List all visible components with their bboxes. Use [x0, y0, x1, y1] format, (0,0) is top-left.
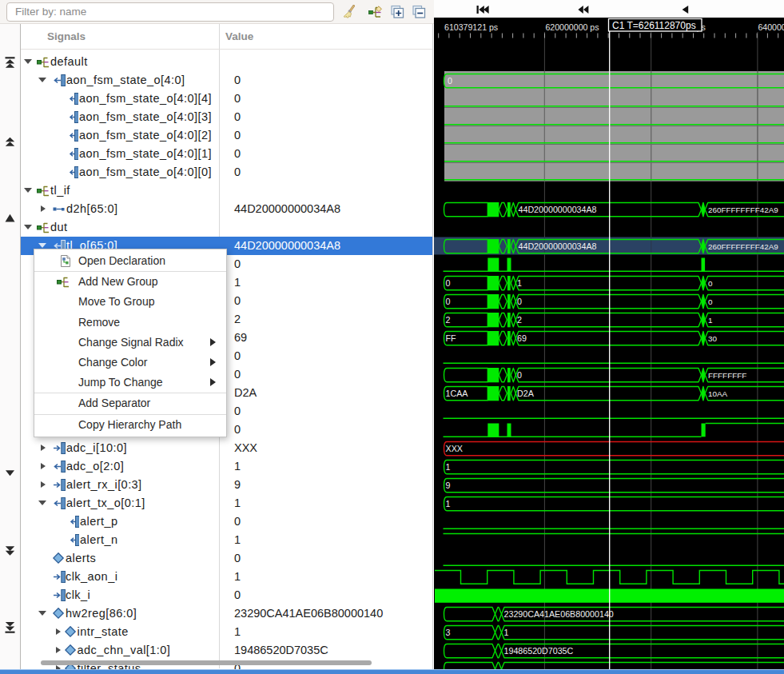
svg-text:0: 0 — [708, 297, 713, 306]
svg-text:44D20000000034A8: 44D20000000034A8 — [519, 205, 597, 214]
svg-text:44D20000000034A8: 44D20000000034A8 — [519, 241, 597, 251]
svg-text:0: 0 — [448, 76, 452, 86]
svg-text:30: 30 — [708, 334, 717, 343]
svg-text:260FFFFFFFF42A9: 260FFFFFFFF42A9 — [708, 242, 778, 251]
svg-text:610379121 ps: 610379121 ps — [444, 22, 498, 32]
svg-text:10AA: 10AA — [708, 389, 728, 398]
svg-text:FF: FF — [446, 333, 457, 343]
svg-text:9: 9 — [446, 481, 451, 490]
svg-text:D2A: D2A — [517, 389, 535, 398]
svg-text:FFFFFFFF: FFFFFFFF — [708, 371, 746, 380]
svg-text:1: 1 — [446, 462, 451, 472]
svg-text:C1 T=626112870ps: C1 T=626112870ps — [612, 20, 696, 31]
svg-text:2: 2 — [446, 315, 451, 325]
svg-text:1: 1 — [708, 316, 713, 325]
svg-text:0: 0 — [446, 278, 451, 288]
svg-text:19486520D7035C: 19486520D7035C — [504, 646, 574, 656]
svg-text:1: 1 — [517, 278, 522, 288]
svg-text:23290CA41AE06B80000140: 23290CA41AE06B80000140 — [504, 609, 614, 619]
svg-text:0: 0 — [708, 279, 713, 288]
svg-text:1CAA: 1CAA — [446, 389, 469, 398]
svg-text:0: 0 — [446, 297, 451, 306]
svg-text:3: 3 — [446, 628, 451, 637]
svg-text:0: 0 — [517, 370, 522, 380]
svg-text:1: 1 — [446, 499, 451, 508]
svg-text:620000000 ps: 620000000 ps — [545, 22, 599, 32]
svg-text:69: 69 — [517, 333, 527, 343]
svg-text:260FFFFFFFF42A9: 260FFFFFFFF42A9 — [708, 205, 778, 214]
svg-text:640000000 ps: 640000000 ps — [758, 22, 784, 32]
svg-text:2: 2 — [517, 315, 522, 325]
svg-text:0: 0 — [517, 297, 522, 306]
svg-text:XXX: XXX — [446, 444, 463, 453]
svg-text:1: 1 — [504, 628, 509, 637]
